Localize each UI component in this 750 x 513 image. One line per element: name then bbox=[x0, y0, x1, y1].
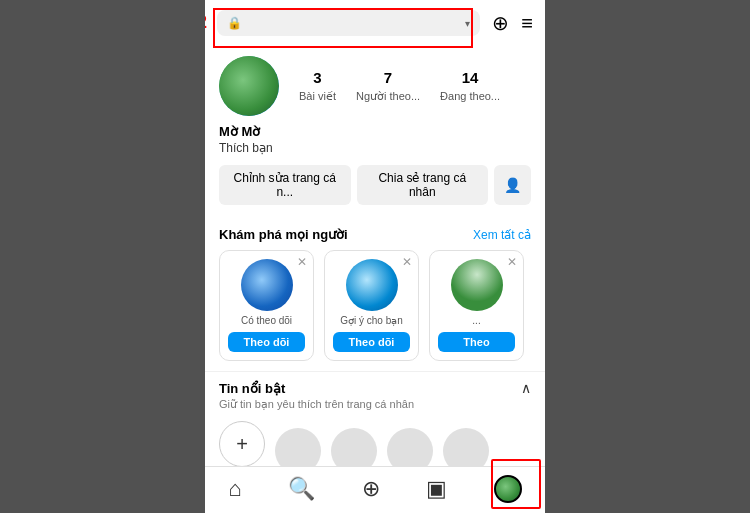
nav-reels[interactable]: ▣ bbox=[426, 476, 447, 502]
card-label-1: Có theo dõi bbox=[228, 315, 305, 326]
follow-button-1[interactable]: Theo dõi bbox=[228, 332, 305, 352]
add-friend-icon: 👤 bbox=[504, 177, 521, 193]
follow-button-2[interactable]: Theo dõi bbox=[333, 332, 410, 352]
tin-header: Tin nổi bật ∧ bbox=[219, 380, 531, 396]
lock-icon: 🔒 bbox=[227, 16, 242, 30]
chevron-down-icon: ▾ bbox=[465, 18, 470, 29]
profile-name: Mờ Mờ bbox=[219, 124, 531, 139]
add-icon: ⊕ bbox=[362, 476, 380, 502]
profile-top: 3 Bài viết 7 Người theo... 14 Đang theo.… bbox=[219, 56, 531, 116]
right-overlay bbox=[545, 0, 750, 513]
top-bar: 🔒 ▾ ⊕ ≡ bbox=[205, 0, 545, 46]
nav-profile[interactable] bbox=[494, 475, 522, 503]
card-label-3: ... bbox=[438, 315, 515, 326]
stat-followers-label: Người theo... bbox=[356, 90, 420, 102]
card-close-2[interactable]: ✕ bbox=[402, 255, 412, 269]
stat-followers: 7 Người theo... bbox=[356, 69, 420, 104]
tin-title: Tin nổi bật bbox=[219, 381, 285, 396]
add-story-button[interactable]: + bbox=[219, 421, 265, 467]
avatar-image bbox=[219, 56, 279, 116]
card-avatar-2 bbox=[346, 259, 398, 311]
tin-chevron-icon[interactable]: ∧ bbox=[521, 380, 531, 396]
avatar[interactable] bbox=[219, 56, 279, 116]
stat-followers-value: 7 bbox=[356, 69, 420, 86]
reels-icon: ▣ bbox=[426, 476, 447, 502]
view-all-button[interactable]: Xem tất cả bbox=[473, 228, 531, 242]
top-icons: ⊕ ≡ bbox=[492, 11, 533, 35]
card-label-2: Gợi ý cho bạn bbox=[333, 315, 410, 326]
stat-following-label: Đang theo... bbox=[440, 90, 500, 102]
profile-buttons: Chỉnh sửa trang cá n... Chia sẻ trang cá… bbox=[219, 165, 531, 205]
stat-posts-label: Bài viết bbox=[299, 90, 336, 102]
home-icon: ⌂ bbox=[228, 476, 241, 502]
discover-title: Khám phá mọi người bbox=[219, 227, 348, 242]
follow-button-3[interactable]: Theo bbox=[438, 332, 515, 352]
search-icon: 🔍 bbox=[288, 476, 315, 502]
stat-posts: 3 Bài viết bbox=[299, 69, 336, 104]
nav-add[interactable]: ⊕ bbox=[362, 476, 380, 502]
stat-following-value: 14 bbox=[440, 69, 500, 86]
profile-section: 3 Bài viết 7 Người theo... 14 Đang theo.… bbox=[205, 46, 545, 227]
card-avatar-3 bbox=[451, 259, 503, 311]
search-box[interactable]: 🔒 ▾ bbox=[217, 10, 480, 36]
card-close-1[interactable]: ✕ bbox=[297, 255, 307, 269]
tin-subtitle: Giữ tin bạn yêu thích trên trang cá nhân bbox=[219, 398, 531, 411]
left-overlay bbox=[0, 0, 205, 513]
stat-following: 14 Đang theo... bbox=[440, 69, 500, 104]
bottom-nav: ⌂ 🔍 ⊕ ▣ bbox=[205, 466, 545, 513]
discover-header: Khám phá mọi người Xem tất cả bbox=[205, 227, 545, 242]
discover-card-3: ✕ ... Theo bbox=[429, 250, 524, 361]
card-close-3[interactable]: ✕ bbox=[507, 255, 517, 269]
discover-card-1: ✕ Có theo dõi Theo dõi bbox=[219, 250, 314, 361]
discover-card-2: ✕ Gợi ý cho bạn Theo dõi bbox=[324, 250, 419, 361]
add-post-icon[interactable]: ⊕ bbox=[492, 11, 509, 35]
stat-posts-value: 3 bbox=[299, 69, 336, 86]
edit-profile-button[interactable]: Chỉnh sửa trang cá n... bbox=[219, 165, 351, 205]
profile-stats: 3 Bài viết 7 Người theo... 14 Đang theo.… bbox=[299, 69, 500, 104]
menu-icon[interactable]: ≡ bbox=[521, 12, 533, 35]
nav-search[interactable]: 🔍 bbox=[288, 476, 315, 502]
phone-screen: 2 1 🔒 ▾ ⊕ ≡ 3 Bài viết bbox=[205, 0, 545, 513]
nav-profile-avatar bbox=[494, 475, 522, 503]
nav-home[interactable]: ⌂ bbox=[228, 476, 241, 502]
add-friend-button[interactable]: 👤 bbox=[494, 165, 531, 205]
share-profile-button[interactable]: Chia sẻ trang cá nhân bbox=[357, 165, 489, 205]
discover-cards: ✕ Có theo dõi Theo dõi ✕ Gợi ý cho bạn T… bbox=[205, 250, 545, 361]
card-avatar-1 bbox=[241, 259, 293, 311]
profile-bio: Thích bạn bbox=[219, 141, 531, 155]
